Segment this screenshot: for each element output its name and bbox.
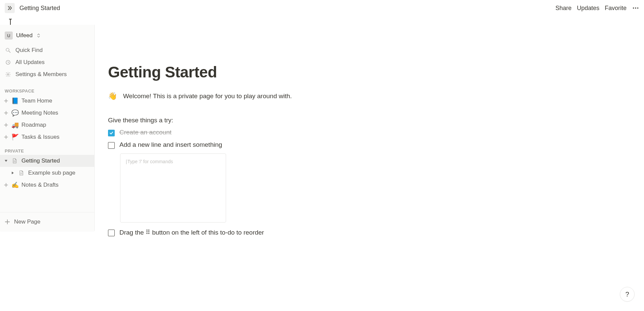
todo-item[interactable]: Create an account <box>108 129 410 136</box>
todo-label[interactable]: Add a new line and insert something <box>119 141 222 148</box>
todo-checkbox[interactable] <box>108 130 115 136</box>
dots-horizontal-icon <box>632 4 639 12</box>
help-button[interactable]: ? <box>620 287 635 302</box>
todo-item[interactable]: Drag the ⠿ button on the left of this to… <box>108 229 410 236</box>
wave-emoji-icon: 👋 <box>108 92 117 101</box>
try-heading[interactable]: Give these things a try: <box>108 117 410 124</box>
topbar-right: Share Updates Favorite <box>555 4 639 12</box>
more-menu-button[interactable] <box>632 4 639 12</box>
todo-label[interactable]: Create an account <box>119 129 171 136</box>
sidebar-toggle-button[interactable] <box>5 3 15 13</box>
empty-block-input[interactable]: Type '/' for commands <box>120 153 226 223</box>
chevrons-right-icon <box>7 5 13 11</box>
svg-point-0 <box>633 7 634 9</box>
todo-checkbox[interactable] <box>108 230 115 236</box>
share-button[interactable]: Share <box>555 5 572 12</box>
check-icon <box>109 131 113 135</box>
todo-label[interactable]: Drag the ⠿ button on the left of this to… <box>119 229 264 236</box>
welcome-text[interactable]: Welcome! This is a private page for you … <box>123 92 292 100</box>
svg-point-2 <box>637 7 639 9</box>
svg-point-1 <box>635 7 636 9</box>
topbar-left: Getting Started <box>5 3 60 13</box>
page-title[interactable]: Getting Started <box>108 63 410 81</box>
document: Getting Started 👋 Welcome! This is a pri… <box>108 63 410 236</box>
favorite-button[interactable]: Favorite <box>605 5 627 12</box>
todo-checkbox[interactable] <box>108 142 115 149</box>
breadcrumb[interactable]: Getting Started <box>19 5 60 12</box>
main-scroll-area[interactable]: Getting Started 👋 Welcome! This is a pri… <box>0 16 644 311</box>
todo-item[interactable]: Add a new line and insert something <box>108 141 410 149</box>
topbar: Getting Started Share Updates Favorite <box>0 0 644 16</box>
updates-button[interactable]: Updates <box>577 5 599 12</box>
welcome-block: 👋 Welcome! This is a private page for yo… <box>108 92 410 101</box>
slash-placeholder: Type '/' for commands <box>126 159 173 164</box>
